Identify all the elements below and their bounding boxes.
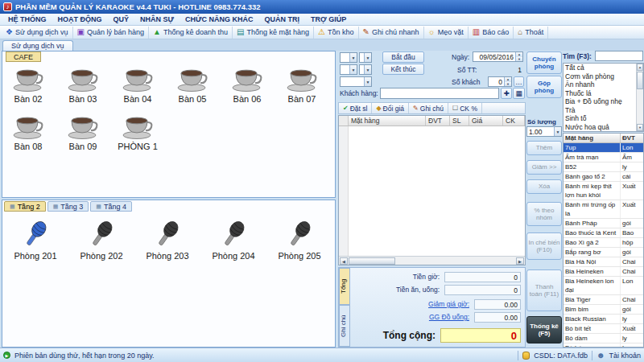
tab-tong[interactable]: Tổng: [339, 268, 350, 305]
search-input[interactable]: [595, 51, 643, 61]
category-item[interactable]: Bia + Đồ uống nhẹ: [564, 97, 636, 106]
hour-discount-link[interactable]: Giảm giá giờ:: [353, 300, 474, 308]
product-row[interactable]: Bia Heineken lon đại Lon: [564, 277, 643, 295]
order-toolbar-button[interactable]: ✎ Ghi chú: [409, 103, 448, 113]
table-button[interactable]: Bàn 08: [9, 113, 47, 151]
toolbar-button[interactable]: ❖ Sử dụng dịch vụ: [2, 27, 73, 39]
table-button[interactable]: Bàn 09: [64, 113, 102, 151]
category-item[interactable]: Ăn nhanh: [564, 80, 636, 89]
product-row[interactable]: Bia Hà Nội Chai: [564, 257, 643, 267]
table-button[interactable]: Bàn 04: [118, 66, 157, 104]
order-toolbar-button[interactable]: ☐ CK %: [448, 103, 482, 113]
drink-discount-link[interactable]: GG Đồ uống:: [353, 313, 474, 321]
product-row[interactable]: 7up Lon: [564, 143, 643, 153]
end-minute-combo[interactable]: ▼: [359, 64, 372, 75]
floor-tab[interactable]: ▦ Tầng 4: [90, 201, 132, 212]
order-toolbar-button[interactable]: ✔ Đặt sl: [339, 103, 372, 113]
customer-lookup-button[interactable]: ▦: [513, 88, 525, 99]
customer-input[interactable]: [380, 88, 499, 99]
room-button[interactable]: Phòng 202: [76, 218, 126, 261]
date-field[interactable]: 09/05/2016 ▲▼: [473, 51, 523, 62]
order-table-body[interactable]: [339, 126, 525, 256]
table-button[interactable]: Bàn 03: [64, 66, 102, 104]
scroll-right-arrow[interactable]: ▶: [516, 257, 524, 265]
toolbar-button[interactable]: ▥ Báo cáo: [469, 27, 514, 39]
menu-item[interactable]: CHỨC NĂNG KHÁC: [180, 14, 258, 24]
product-row[interactable]: Bánh Pháp gói: [564, 219, 643, 228]
toolbar-button[interactable]: ☼ Mẹo vặt: [424, 27, 469, 39]
scroll-left-arrow[interactable]: ◀: [340, 257, 348, 265]
floor-tab[interactable]: ▦ Tầng 3: [47, 201, 89, 212]
merge-room-button[interactable]: Gộp phòng: [526, 76, 562, 98]
floor-tab[interactable]: ▦ Tầng 2: [4, 201, 46, 212]
product-row[interactable]: Bò bít tết Xuất: [564, 324, 643, 334]
tab-su-dung-dich-vu[interactable]: Sử dụng dịch vụ: [2, 40, 73, 51]
order-table-hscrollbar[interactable]: ◀ ▶: [339, 256, 525, 265]
order-toolbar-button[interactable]: ◆ Đổi giá: [372, 103, 409, 113]
guest-count-spinner[interactable]: 0 ▲▼: [488, 76, 512, 87]
add-item-button[interactable]: Thêm: [526, 141, 562, 155]
quantity-combo[interactable]: 1.00 ▼: [526, 126, 562, 137]
product-row[interactable]: B52 ly: [564, 162, 643, 172]
room-button[interactable]: Phòng 203: [142, 218, 192, 261]
toolbar-button[interactable]: ✎ Ghi chú nhanh: [359, 27, 424, 39]
start-minute-combo[interactable]: ▼: [359, 52, 372, 63]
date-spinner[interactable]: ▲▼: [515, 52, 522, 61]
customer-add-button[interactable]: ✚: [501, 88, 512, 99]
toolbar-button[interactable]: ▤ Thống kê mặt hàng: [233, 27, 314, 39]
category-item[interactable]: Nước hoa quả: [564, 123, 636, 132]
tab-ghi-chu[interactable]: Ghi chú: [339, 305, 350, 347]
hscroll-thumb[interactable]: [349, 257, 395, 265]
room-button[interactable]: Phòng 201: [10, 218, 60, 261]
decrease-item-button[interactable]: Giảm >>: [526, 160, 562, 175]
product-row[interactable]: Bao thuốc lá Kent Bao: [564, 228, 643, 238]
product-row[interactable]: Bò dầm ly: [564, 334, 643, 343]
start-button[interactable]: Bắt đầu: [382, 51, 424, 63]
table-button[interactable]: Bàn 07: [283, 66, 321, 104]
room-button[interactable]: Phòng 204: [208, 218, 258, 261]
payment-button[interactable]: Thanh toán (F11): [526, 269, 562, 311]
product-row[interactable]: Bim bim gói: [564, 305, 643, 315]
product-row[interactable]: Bia Heineken Chai: [564, 267, 643, 277]
end-hour-combo[interactable]: ▼: [340, 64, 357, 75]
delete-item-button[interactable]: Xóa: [526, 179, 562, 194]
tab-cafe[interactable]: CAFE: [6, 51, 41, 62]
menu-item[interactable]: NHÂN SỰ: [134, 14, 180, 24]
scroll-up-arrow[interactable]: ▲: [637, 64, 643, 71]
product-row[interactable]: Bao Xì gà 2 hộp: [564, 238, 643, 248]
print-kitchen-button[interactable]: In chế biến (F10): [526, 232, 562, 260]
table-button[interactable]: Bàn 06: [228, 66, 266, 104]
table-button[interactable]: Bàn 02: [9, 66, 47, 104]
product-row[interactable]: Bánh mì trứng ốp la Xuất: [564, 200, 643, 219]
menu-item[interactable]: QUỸ: [108, 14, 135, 24]
table-button[interactable]: Bàn 05: [173, 66, 212, 104]
category-item[interactable]: Cơm văn phòng: [564, 72, 636, 81]
menu-item[interactable]: HỆ THỐNG: [2, 14, 52, 24]
start-hour-combo[interactable]: ▼: [340, 52, 357, 63]
product-row[interactable]: Bắp rang bơ gói: [564, 248, 643, 257]
category-scrollbar[interactable]: ▲ ▼: [636, 64, 643, 131]
category-item[interactable]: Sinh tố: [564, 114, 636, 123]
vscroll-thumb[interactable]: [637, 72, 643, 89]
guest-extra-button[interactable]: …: [514, 76, 524, 87]
toolbar-button[interactable]: ⌂ Thoát: [514, 27, 548, 39]
room-button[interactable]: Phòng 205: [275, 218, 324, 261]
toolbar-button[interactable]: ⚠ Tồn kho: [314, 27, 359, 39]
product-row[interactable]: Bánh gạo tổ 2 cái: [564, 172, 643, 182]
menu-item[interactable]: HOẠT ĐỘNG: [52, 14, 108, 24]
end-button[interactable]: Kết thúc: [382, 64, 424, 75]
toolbar-button[interactable]: ▲ Thống kê doanh thu: [149, 27, 233, 39]
toolbar-button[interactable]: ▣ Quản lý bán hàng: [73, 27, 150, 39]
product-row[interactable]: Bia Tiger Chai: [564, 295, 643, 305]
statistics-button[interactable]: Thống kê (F5): [526, 316, 562, 343]
group-percent-button[interactable]: % theo nhóm: [526, 202, 562, 226]
product-row[interactable]: Black Russian ly: [564, 315, 643, 324]
category-item[interactable]: Tất cả: [564, 64, 636, 72]
category-item[interactable]: Thuốc lá: [564, 89, 636, 98]
table-button[interactable]: PHÒNG 1: [118, 113, 157, 151]
product-row[interactable]: Bánh mì kẹp thịt lợn hun khói Xuất: [564, 182, 643, 200]
menu-item[interactable]: QUẢN TRỊ: [258, 14, 305, 24]
transfer-room-button[interactable]: Chuyển phòng: [526, 51, 562, 74]
scroll-down-arrow[interactable]: ▼: [637, 124, 643, 131]
category-item[interactable]: Trà: [564, 106, 636, 115]
